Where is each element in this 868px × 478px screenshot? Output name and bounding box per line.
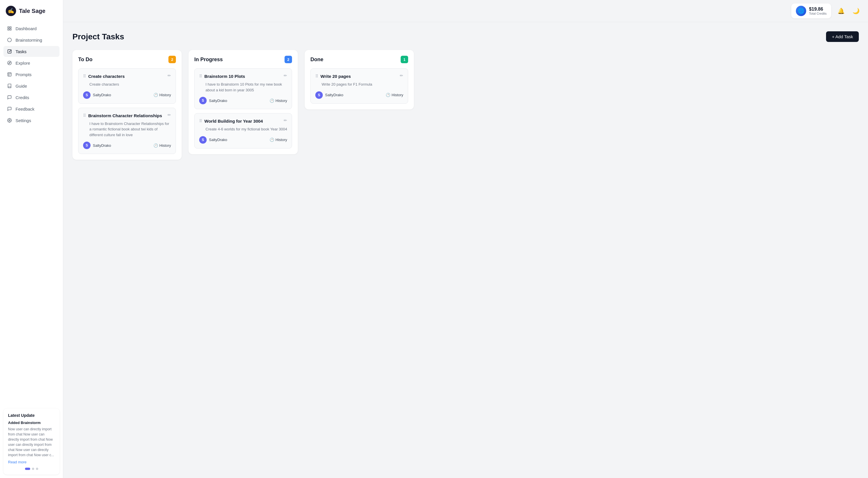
column-inprogress-badge: 2 [284,56,292,63]
sidebar-item-credits[interactable]: Credits [3,92,60,103]
top-header: 🌐 $19.86 Total Credits 🔔 🌙 [63,0,868,22]
user-avatar-2: S [83,141,91,149]
task-card-brainstorm-relationships: ⠿ Brainstorm Character Relationships ✏ I… [78,108,176,154]
task-card-brainstorm-plots: ⠿ Brainstorm 10 Plots ✏ I have to Brains… [194,68,292,109]
history-link-1[interactable]: 🕐 History [153,93,171,97]
user-name-4: SaltyDrako [209,137,227,142]
sidebar-label-guide: Guide [16,84,27,89]
task-title-5: Write 20 pages [320,73,351,79]
task-desc-1: Create characters [83,82,171,87]
history-link-4[interactable]: 🕐 History [270,137,287,142]
column-inprogress-title: In Progress [194,57,223,63]
task-user-5: S SaltyDrako [315,91,343,99]
history-clock-icon-4: 🕐 [270,137,274,142]
dot-2[interactable] [32,468,34,470]
carousel-dots [8,468,55,470]
column-done: Done 1 ⠿ Write 20 pages ✏ Write 20 pages… [305,50,414,109]
task-title-3: Brainstorm 10 Plots [204,73,245,79]
column-todo-title: To Do [78,57,93,63]
task-card-1-header: ⠿ Create characters ✏ [83,73,171,79]
task-user-2: S SaltyDrako [83,141,111,149]
history-link-2[interactable]: 🕐 History [153,144,171,148]
column-done-header: Done 1 [310,56,408,63]
user-name-2: SaltyDrako [93,144,111,148]
edit-icon-1[interactable]: ✏ [167,73,171,78]
task-title-4: World Building for Year 3004 [204,118,263,124]
edit-icon-3[interactable]: ✏ [284,73,287,78]
task-card-3-header: ⠿ Brainstorm 10 Plots ✏ [199,73,287,79]
app-logo: ✍ Tale Sage [0,0,63,23]
svg-point-4 [7,38,11,42]
edit-icon-2[interactable]: ✏ [167,113,171,117]
user-name-5: SaltyDrako [325,93,343,97]
task-card-2-header: ⠿ Brainstorm Character Relationships ✏ [83,113,171,119]
sidebar-label-prompts: Prompts [16,72,32,77]
task-card-1-title-row: ⠿ Create characters [83,73,125,79]
history-clock-icon-5: 🕐 [386,93,390,97]
sidebar-item-guide[interactable]: Guide [3,81,60,91]
latest-update-text: Now user can directly import from chat N… [8,426,55,457]
main-content: 🌐 $19.86 Total Credits 🔔 🌙 Project Tasks… [63,0,868,478]
sidebar-nav: Dashboard Brainstorming Tasks Explore [0,23,63,405]
task-footer-3: S SaltyDrako 🕐 History [199,97,287,104]
settings-icon [7,118,12,123]
dot-1[interactable] [25,468,30,470]
task-card-create-characters: ⠿ Create characters ✏ Create characters … [78,68,176,104]
grid-icon [7,26,12,31]
edit-icon-4[interactable]: ✏ [284,118,287,123]
page-header: Project Tasks + Add Task [72,31,859,42]
edit-icon-5[interactable]: ✏ [400,73,403,78]
bell-icon[interactable]: 🔔 [836,6,846,16]
latest-update-card: Latest Update Added Brainstorm Now user … [3,409,60,475]
task-card-5-header: ⠿ Write 20 pages ✏ [315,73,403,79]
add-task-button[interactable]: + Add Task [826,31,859,42]
history-link-5[interactable]: 🕐 History [386,93,403,97]
column-done-title: Done [310,57,323,63]
task-desc-3: I have to Brainstorm 10 Plots for my new… [199,82,287,93]
svg-rect-3 [10,29,11,30]
message-square-icon [7,106,12,111]
sidebar-item-prompts[interactable]: Prompts [3,69,60,80]
svg-rect-1 [10,27,11,28]
dot-3[interactable] [36,468,38,470]
task-user-4: S SaltyDrako [199,136,227,144]
sidebar-item-tasks[interactable]: Tasks [3,46,60,57]
sidebar-item-brainstorming[interactable]: Brainstorming [3,34,60,45]
drag-handle-icon-3[interactable]: ⠿ [199,74,202,78]
history-label-3: History [276,98,287,103]
task-card-4-header: ⠿ World Building for Year 3004 ✏ [199,118,287,124]
drag-handle-icon-4[interactable]: ⠿ [199,119,202,123]
sidebar-item-explore[interactable]: Explore [3,58,60,68]
history-clock-icon-2: 🕐 [153,144,158,148]
drag-handle-icon-5[interactable]: ⠿ [315,74,318,78]
sidebar-item-settings[interactable]: Settings [3,115,60,126]
task-footer-4: S SaltyDrako 🕐 History [199,136,287,144]
sidebar-item-feedback[interactable]: Feedback [3,103,60,114]
read-more-link[interactable]: Read more [8,460,26,464]
layout-icon [7,72,12,77]
user-name-1: SaltyDrako [93,93,111,97]
check-square-icon [7,49,12,54]
drag-handle-icon[interactable]: ⠿ [83,74,86,78]
column-todo-badge: 2 [168,56,176,63]
moon-icon[interactable]: 🌙 [851,6,861,16]
sidebar-label-settings: Settings [16,118,31,123]
svg-rect-8 [8,73,11,76]
task-card-world-building: ⠿ World Building for Year 3004 ✏ Create … [194,113,292,149]
task-desc-5: Write 20 pages for F1 Formula [315,82,403,87]
message-circle-icon [7,95,12,100]
drag-handle-icon-2[interactable]: ⠿ [83,113,86,118]
task-desc-2: I have to Brainstorm Character Relations… [83,121,171,138]
task-desc-4: Create 4-6 worlds for my fictional book … [199,126,287,132]
svg-point-6 [7,61,11,65]
sidebar-item-dashboard[interactable]: Dashboard [3,23,60,34]
user-avatar-3: S [199,97,207,104]
column-inprogress: In Progress 2 ⠿ Brainstorm 10 Plots ✏ I … [189,50,298,154]
history-link-3[interactable]: 🕐 History [270,98,287,103]
credits-amount: $19.86 [809,7,827,12]
book-icon [7,83,12,89]
history-clock-icon-1: 🕐 [153,93,158,97]
task-footer-5: S SaltyDrako 🕐 History [315,91,403,99]
task-card-write-pages: ⠿ Write 20 pages ✏ Write 20 pages for F1… [310,68,408,104]
app-name: Tale Sage [19,8,45,14]
